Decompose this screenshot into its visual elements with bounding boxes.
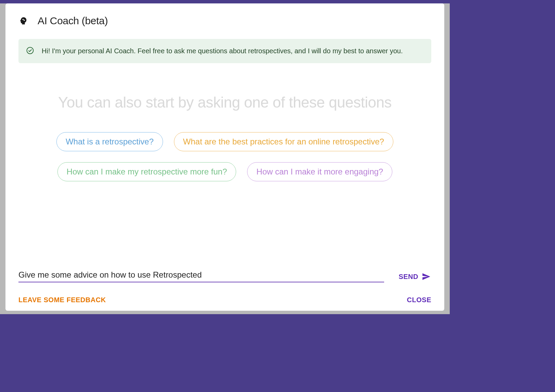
intro-alert: Hi! I'm your personal AI Coach. Feel fre… (18, 39, 431, 63)
psychology-icon (18, 16, 28, 26)
suggestion-chip[interactable]: How can I make my retrospective more fun… (57, 162, 236, 181)
suggestion-chip[interactable]: How can I make it more engaging? (247, 162, 392, 181)
ai-coach-dialog: AI Coach (beta) Hi! I'm your personal AI… (5, 3, 444, 311)
dialog-title: AI Coach (beta) (38, 15, 108, 27)
suggestion-chip[interactable]: What is a retrospective? (56, 132, 163, 151)
dialog-footer: LEAVE SOME FEEDBACK CLOSE (18, 296, 431, 304)
intro-alert-text: Hi! I'm your personal AI Coach. Feel fre… (42, 46, 403, 56)
suggestion-chip[interactable]: What are the best practices for an onlin… (174, 132, 393, 151)
check-circle-icon (26, 46, 34, 55)
feedback-button[interactable]: LEAVE SOME FEEDBACK (18, 296, 106, 304)
input-row: SEND (18, 268, 431, 282)
suggestions-heading: You can also start by asking one of thes… (18, 94, 431, 111)
svg-point-0 (27, 47, 33, 54)
dialog-header: AI Coach (beta) (18, 15, 431, 27)
suggestion-chips-container: What is a retrospective? What are the be… (18, 132, 431, 181)
send-icon (422, 272, 431, 281)
message-input[interactable] (18, 268, 384, 282)
send-button[interactable]: SEND (398, 271, 431, 282)
close-button[interactable]: CLOSE (407, 296, 431, 304)
send-button-label: SEND (398, 273, 418, 281)
